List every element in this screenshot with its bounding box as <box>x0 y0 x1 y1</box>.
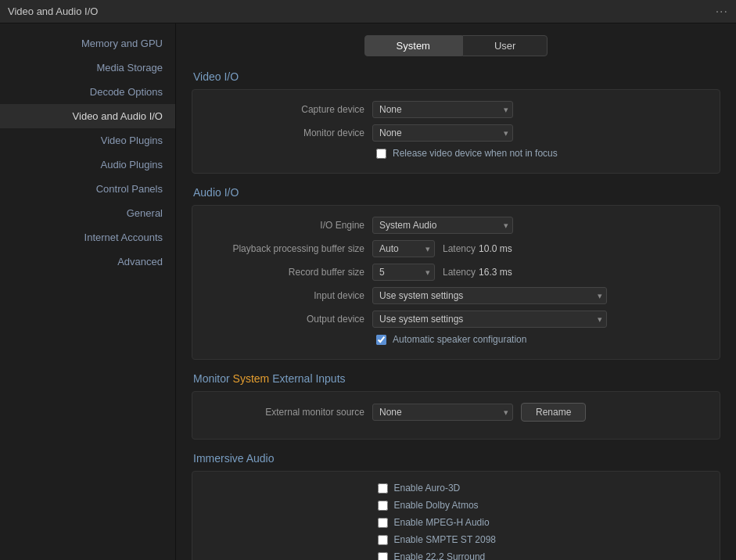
playback-buffer-row: Playback processing buffer size Auto Lat… <box>208 240 704 257</box>
monitor-external-text: External Inputs <box>269 372 345 385</box>
record-latency-value: 16.3 ms <box>479 267 512 278</box>
release-video-row: Release video device when not in focus <box>376 148 704 159</box>
mpeg-h-checkbox[interactable] <box>378 518 388 528</box>
monitor-panel: External monitor source None Rename <box>192 391 720 440</box>
mpeg-h-row: Enable MPEG-H Audio <box>378 517 535 528</box>
tab-system[interactable]: System <box>364 35 462 56</box>
input-device-wrapper: Use system settings <box>372 287 607 304</box>
external-monitor-row: External monitor source None Rename <box>208 403 704 422</box>
sidebar-item-media-storage[interactable]: Media Storage <box>0 56 175 80</box>
auro3d-checkbox[interactable] <box>378 483 388 494</box>
auto-speaker-label: Automatic speaker configuration <box>393 334 526 345</box>
external-monitor-label: External monitor source <box>208 407 364 418</box>
capture-device-select[interactable]: None <box>372 101 513 118</box>
immersive-audio-panel: Enable Auro-3D Enable Dolby Atmos Enable… <box>192 471 720 560</box>
input-device-row: Input device Use system settings <box>208 287 704 304</box>
monitor-device-select[interactable]: None <box>372 124 513 142</box>
io-engine-label: I/O Engine <box>208 220 364 231</box>
dolby-atmos-row: Enable Dolby Atmos <box>378 500 535 511</box>
mpeg-h-label: Enable MPEG-H Audio <box>394 517 535 528</box>
video-io-section-title: Video I/O <box>192 70 720 83</box>
sidebar-item-control-panels[interactable]: Control Panels <box>0 177 175 201</box>
immersive-options-list: Enable Auro-3D Enable Dolby Atmos Enable… <box>208 483 704 560</box>
record-buffer-row: Record buffer size 5 Latency 16.3 ms <box>208 264 704 281</box>
monitor-section-title: Monitor System External Inputs <box>192 372 720 385</box>
sidebar-item-general[interactable]: General <box>0 201 175 225</box>
external-monitor-select[interactable]: None <box>372 404 513 421</box>
auro3d-label: Enable Auro-3D <box>394 483 535 494</box>
auro3d-row: Enable Auro-3D <box>378 483 535 494</box>
main-layout: Memory and GPU Media Storage Decode Opti… <box>0 23 736 560</box>
audio-io-section-title: Audio I/O <box>192 186 720 199</box>
monitor-device-wrapper: None <box>372 124 513 142</box>
input-device-select[interactable]: Use system settings <box>372 287 607 304</box>
sidebar-item-advanced[interactable]: Advanced <box>0 249 175 274</box>
output-device-select[interactable]: Use system settings <box>372 311 607 328</box>
dolby-atmos-label: Enable Dolby Atmos <box>394 500 535 511</box>
io-engine-select[interactable]: System Audio <box>372 217 513 234</box>
io-engine-wrapper: System Audio <box>372 217 513 234</box>
capture-device-label: Capture device <box>208 104 364 115</box>
record-buffer-select[interactable]: 5 <box>372 264 435 281</box>
release-video-label: Release video device when not in focus <box>393 148 558 159</box>
video-io-panel: Capture device None Monitor device None … <box>192 89 720 174</box>
surround-row: Enable 22.2 Surround <box>378 551 535 560</box>
sidebar-item-memory-gpu[interactable]: Memory and GPU <box>0 31 175 56</box>
monitor-device-label: Monitor device <box>208 127 364 138</box>
tab-bar: System User <box>192 35 720 56</box>
immersive-section-title: Immersive Audio <box>192 452 720 465</box>
sidebar-item-video-audio-io[interactable]: Video and Audio I/O <box>0 104 175 128</box>
input-device-label: Input device <box>208 290 364 301</box>
playback-buffer-wrapper: Auto <box>372 240 435 257</box>
surround-label: Enable 22.2 Surround <box>394 551 535 560</box>
playback-buffer-select[interactable]: Auto <box>372 240 435 257</box>
content-area: System User Video I/O Capture device Non… <box>176 23 736 560</box>
playback-latency-value: 10.0 ms <box>479 243 512 254</box>
sidebar-item-video-plugins[interactable]: Video Plugins <box>0 128 175 153</box>
sidebar-item-audio-plugins[interactable]: Audio Plugins <box>0 153 175 177</box>
sidebar: Memory and GPU Media Storage Decode Opti… <box>0 23 176 560</box>
output-device-wrapper: Use system settings <box>372 311 607 328</box>
output-device-label: Output device <box>208 314 364 325</box>
capture-device-wrapper: None <box>372 101 513 118</box>
smpte-row: Enable SMPTE ST 2098 <box>378 534 535 545</box>
sidebar-item-internet-accounts[interactable]: Internet Accounts <box>0 225 175 249</box>
auto-speaker-row: Automatic speaker configuration <box>376 334 704 345</box>
playback-buffer-label: Playback processing buffer size <box>208 243 364 254</box>
output-device-row: Output device Use system settings <box>208 311 704 328</box>
record-buffer-label: Record buffer size <box>208 267 364 278</box>
menu-icon[interactable]: ··· <box>716 5 728 19</box>
title-bar: Video and Audio I/O ··· <box>0 0 736 23</box>
playback-latency-label: Latency <box>443 243 476 254</box>
record-latency-label: Latency <box>443 267 476 278</box>
dolby-atmos-checkbox[interactable] <box>378 501 388 511</box>
io-engine-row: I/O Engine System Audio <box>208 217 704 234</box>
smpte-checkbox[interactable] <box>378 535 388 545</box>
monitor-system-highlight: System <box>233 372 270 385</box>
smpte-label: Enable SMPTE ST 2098 <box>394 534 535 545</box>
release-video-checkbox[interactable] <box>376 149 386 159</box>
audio-io-panel: I/O Engine System Audio Playback process… <box>192 205 720 360</box>
capture-device-row: Capture device None <box>208 101 704 118</box>
window-title: Video and Audio I/O <box>8 5 98 17</box>
external-monitor-wrapper: None <box>372 404 513 421</box>
sidebar-item-decode-options[interactable]: Decode Options <box>0 80 175 104</box>
rename-button[interactable]: Rename <box>521 403 586 422</box>
monitor-device-row: Monitor device None <box>208 124 704 142</box>
record-buffer-wrapper: 5 <box>372 264 435 281</box>
surround-checkbox[interactable] <box>378 552 388 561</box>
tab-user[interactable]: User <box>462 35 548 56</box>
auto-speaker-checkbox[interactable] <box>376 335 386 345</box>
